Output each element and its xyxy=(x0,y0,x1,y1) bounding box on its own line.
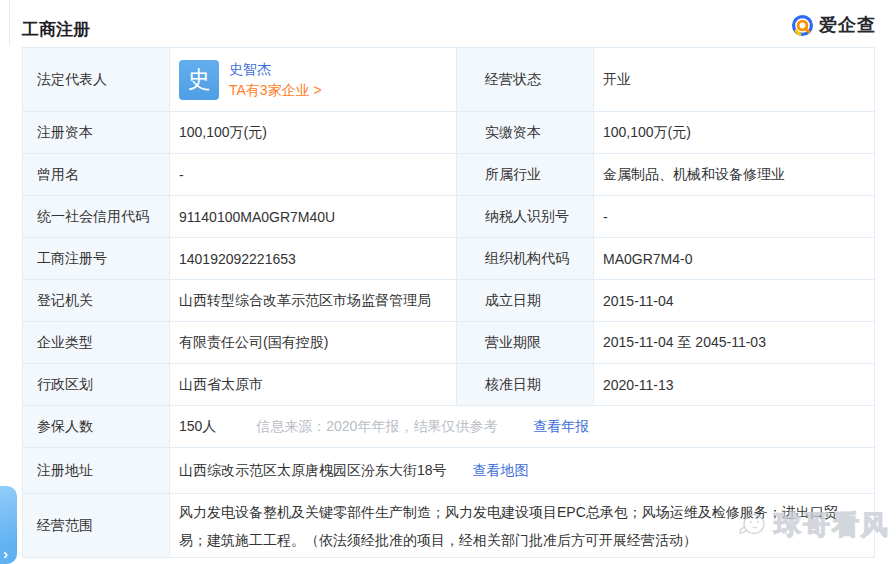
business-registration-table: 法定代表人 史 史智杰 TA有3家企业 > 经营状态 开业 注册资本 100,1… xyxy=(22,47,875,558)
field-value: 山西综改示范区太原唐槐园区汾东大街18号 查看地图 xyxy=(170,448,875,494)
field-label: 企业类型 xyxy=(23,322,170,364)
field-label: 统一社会信用代码 xyxy=(23,196,170,238)
table-row: 登记机关 山西转型综合改革示范区市场监督管理局 成立日期 2015-11-04 xyxy=(23,280,875,322)
field-value: 140192092221653 xyxy=(170,238,457,280)
field-label: 实缴资本 xyxy=(457,112,594,154)
insured-count: 150人 xyxy=(179,418,216,434)
source-note: 信息来源：2020年年报，结果仅供参考 xyxy=(256,418,497,434)
table-row: 行政区划 山西省太原市 核准日期 2020-11-13 xyxy=(23,364,875,406)
legal-rep-avatar[interactable]: 史 xyxy=(179,60,219,100)
field-label: 法定代表人 xyxy=(23,48,170,112)
rep-companies-link[interactable]: TA有3家企业 > xyxy=(229,81,322,99)
field-label: 经营状态 xyxy=(457,48,594,112)
field-label: 登记机关 xyxy=(23,280,170,322)
field-value: 2015-11-04 至 2045-11-03 xyxy=(594,322,875,364)
field-label: 注册资本 xyxy=(23,112,170,154)
view-map-link[interactable]: 查看地图 xyxy=(472,462,528,478)
table-row: 统一社会信用代码 91140100MA0GR7M40U 纳税人识别号 - xyxy=(23,196,875,238)
field-label: 曾用名 xyxy=(23,154,170,196)
field-label: 成立日期 xyxy=(457,280,594,322)
field-value: 风力发电设备整机及关键零部件生产制造；风力发电建设项目EPC总承包；风场运维及检… xyxy=(170,494,875,558)
field-value: 山西省太原市 xyxy=(170,364,457,406)
chevron-right-icon: › xyxy=(3,546,8,561)
table-row: 曾用名 - 所属行业 金属制品、机械和设备修理业 xyxy=(23,154,875,196)
field-label: 参保人数 xyxy=(23,406,170,448)
field-label: 注册地址 xyxy=(23,448,170,494)
legal-rep-cell: 史 史智杰 TA有3家企业 > xyxy=(179,60,448,100)
table-row: 经营范围 风力发电设备整机及关键零部件生产制造；风力发电建设项目EPC总承包；风… xyxy=(23,494,875,558)
field-value: 开业 xyxy=(594,48,875,112)
field-value: - xyxy=(594,196,875,238)
field-value: 有限责任公司(国有控股) xyxy=(170,322,457,364)
field-label: 营业期限 xyxy=(457,322,594,364)
field-value: 金属制品、机械和设备修理业 xyxy=(594,154,875,196)
section-header: 工商注册 爱企查 xyxy=(0,0,896,47)
field-label: 纳税人识别号 xyxy=(457,196,594,238)
business-scope-text: 风力发电设备整机及关键零部件生产制造；风力发电建设项目EPC总承包；风场运维及检… xyxy=(179,498,866,554)
table-row: 参保人数 150人 信息来源：2020年年报，结果仅供参考 查看年报 xyxy=(23,406,875,448)
table-row: 工商注册号 140192092221653 组织机构代码 MA0GR7M4-0 xyxy=(23,238,875,280)
field-label: 核准日期 xyxy=(457,364,594,406)
table-row: 法定代表人 史 史智杰 TA有3家企业 > 经营状态 开业 xyxy=(23,48,875,112)
field-label: 工商注册号 xyxy=(23,238,170,280)
field-value: 100,100万(元) xyxy=(594,112,875,154)
brand-name: 爱企查 xyxy=(819,13,876,37)
field-label: 行政区划 xyxy=(23,364,170,406)
field-value: 91140100MA0GR7M40U xyxy=(170,196,457,238)
table-row: 注册地址 山西综改示范区太原唐槐园区汾东大街18号 查看地图 xyxy=(23,448,875,494)
field-label: 所属行业 xyxy=(457,154,594,196)
field-value: 2020-11-13 xyxy=(594,364,875,406)
field-value: 150人 信息来源：2020年年报，结果仅供参考 查看年报 xyxy=(170,406,875,448)
field-value: MA0GR7M4-0 xyxy=(594,238,875,280)
registered-address: 山西综改示范区太原唐槐园区汾东大街18号 xyxy=(179,462,447,478)
table-row: 注册资本 100,100万(元) 实缴资本 100,100万(元) xyxy=(23,112,875,154)
field-value: 史 史智杰 TA有3家企业 > xyxy=(170,48,457,112)
field-value: 100,100万(元) xyxy=(170,112,457,154)
view-annual-report-link[interactable]: 查看年报 xyxy=(533,418,589,434)
field-value: - xyxy=(170,154,457,196)
side-panel-toggle[interactable]: › xyxy=(0,486,17,564)
field-value: 2015-11-04 xyxy=(594,280,875,322)
field-label: 经营范围 xyxy=(23,494,170,558)
field-label: 组织机构代码 xyxy=(457,238,594,280)
brand-logo[interactable]: 爱企查 xyxy=(791,13,876,37)
table-row: 企业类型 有限责任公司(国有控股) 营业期限 2015-11-04 至 2045… xyxy=(23,322,875,364)
aiqicha-logo-icon xyxy=(791,14,814,37)
field-value: 山西转型综合改革示范区市场监督管理局 xyxy=(170,280,457,322)
page-title: 工商注册 xyxy=(22,18,90,41)
legal-rep-name-link[interactable]: 史智杰 xyxy=(229,60,322,78)
